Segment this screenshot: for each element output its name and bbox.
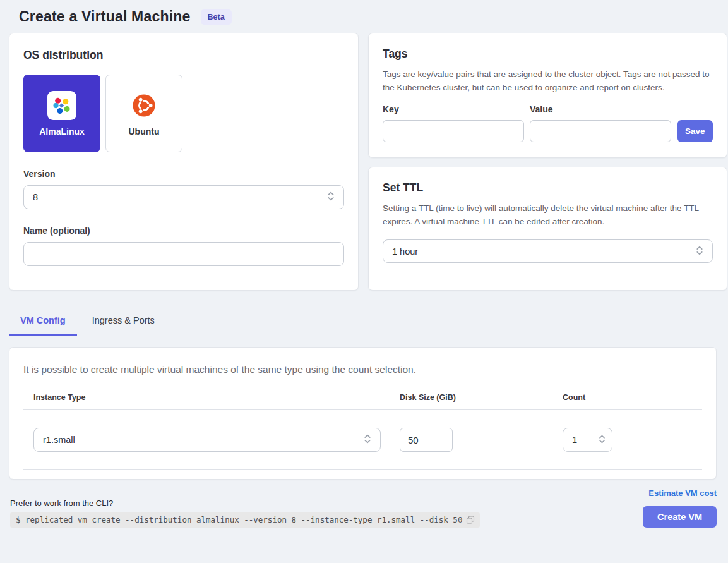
- name-label: Name (optional): [23, 226, 344, 236]
- cli-label: Prefer to work from the CLI?: [10, 499, 480, 508]
- cli-command: $ replicated vm create --distribution al…: [10, 512, 480, 528]
- tabs: VM Config Ingress & Ports: [9, 308, 717, 336]
- chevron-up-down-icon: [696, 245, 703, 258]
- version-select[interactable]: 8: [23, 185, 344, 209]
- os-distribution-title: OS distribution: [23, 49, 344, 62]
- column-header-disk-size: Disk Size (GiB): [400, 393, 563, 402]
- estimate-vm-cost-link[interactable]: Estimate VM cost: [648, 488, 717, 498]
- chevron-up-down-icon: [364, 433, 371, 446]
- cli-block: Prefer to work from the CLI? $ replicate…: [10, 499, 480, 528]
- page-header: Create a Virtual Machine Beta: [9, 0, 717, 33]
- instance-type-value: r1.small: [43, 435, 75, 445]
- save-tag-button[interactable]: Save: [677, 120, 713, 142]
- name-input[interactable]: [23, 242, 344, 266]
- page-title: Create a Virtual Machine: [19, 8, 191, 25]
- instance-type-select[interactable]: r1.small: [33, 428, 381, 452]
- vm-config-note: It is possible to create multiple virtua…: [23, 364, 702, 375]
- copy-icon[interactable]: [466, 516, 475, 524]
- tab-vm-config[interactable]: VM Config: [9, 308, 77, 336]
- disk-size-input[interactable]: [400, 428, 453, 452]
- tag-key-input[interactable]: [383, 120, 524, 142]
- os-tile-label: Ubuntu: [129, 126, 160, 136]
- set-ttl-description: Setting a TTL (time to live) will automa…: [383, 202, 713, 228]
- os-tile-almalinux[interactable]: AlmaLinux: [23, 75, 100, 152]
- beta-badge: Beta: [201, 9, 232, 25]
- tags-title: Tags: [383, 47, 713, 61]
- chevron-up-down-icon: [327, 191, 335, 203]
- table-row: r1.small 1: [23, 410, 702, 470]
- vm-config-card: It is possible to create multiple virtua…: [9, 347, 717, 480]
- vm-config-table: Instance Type Disk Size (GiB) Count r1.s…: [23, 393, 702, 470]
- tab-ingress-ports[interactable]: Ingress & Ports: [81, 308, 166, 336]
- count-stepper[interactable]: 1: [563, 428, 612, 452]
- set-ttl-title: Set TTL: [383, 181, 713, 195]
- cli-command-text: $ replicated vm create --distribution al…: [16, 515, 462, 524]
- version-label: Version: [23, 169, 344, 179]
- almalinux-logo-icon: [47, 91, 76, 120]
- footer: Prefer to work from the CLI? $ replicate…: [9, 488, 717, 528]
- ttl-select-value: 1 hour: [392, 246, 418, 257]
- ttl-select[interactable]: 1 hour: [383, 239, 713, 263]
- ubuntu-logo-icon: [129, 91, 158, 120]
- column-header-instance-type: Instance Type: [33, 393, 400, 402]
- os-tile-label: AlmaLinux: [39, 126, 85, 136]
- count-value: 1: [572, 435, 577, 445]
- tags-card: Tags Tags are key/value pairs that are a…: [368, 33, 727, 158]
- os-distribution-card: OS distribution AlmaL: [9, 33, 359, 291]
- column-header-count: Count: [563, 393, 702, 402]
- set-ttl-card: Set TTL Setting a TTL (time to live) wil…: [368, 167, 727, 291]
- chevron-up-down-icon: [599, 434, 606, 446]
- tag-key-label: Key: [383, 104, 524, 114]
- tag-value-input[interactable]: [530, 120, 671, 142]
- version-select-value: 8: [33, 192, 38, 202]
- tag-value-label: Value: [530, 104, 671, 114]
- os-tile-ubuntu[interactable]: Ubuntu: [105, 75, 182, 152]
- tags-description: Tags are key/value pairs that are assign…: [383, 68, 713, 94]
- create-vm-button[interactable]: Create VM: [643, 506, 717, 528]
